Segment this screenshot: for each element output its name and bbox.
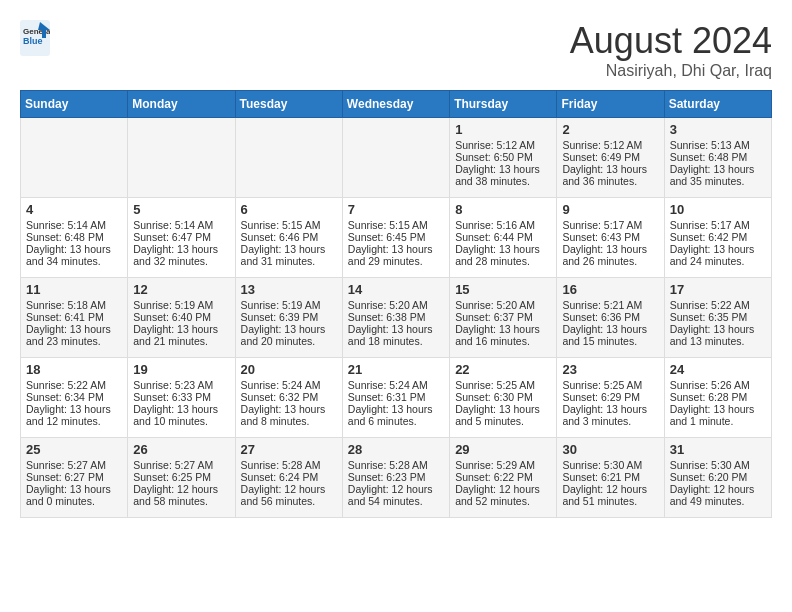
- col-sunday: Sunday: [21, 91, 128, 118]
- day-content-line: Sunrise: 5:26 AM: [670, 379, 766, 391]
- calendar-cell: 10Sunrise: 5:17 AMSunset: 6:42 PMDayligh…: [664, 198, 771, 278]
- day-content-line: Sunset: 6:45 PM: [348, 231, 444, 243]
- day-content-line: Daylight: 13 hours: [562, 163, 658, 175]
- day-content-line: Daylight: 13 hours: [133, 403, 229, 415]
- day-content-line: and 29 minutes.: [348, 255, 444, 267]
- day-content-line: Sunrise: 5:21 AM: [562, 299, 658, 311]
- day-content-line: Daylight: 13 hours: [455, 163, 551, 175]
- day-content-line: Sunrise: 5:14 AM: [133, 219, 229, 231]
- day-number: 10: [670, 202, 766, 217]
- day-content-line: Daylight: 13 hours: [670, 403, 766, 415]
- day-number: 1: [455, 122, 551, 137]
- day-content-line: Sunrise: 5:16 AM: [455, 219, 551, 231]
- day-content-line: Sunset: 6:25 PM: [133, 471, 229, 483]
- day-number: 22: [455, 362, 551, 377]
- day-number: 19: [133, 362, 229, 377]
- day-content-line: Daylight: 13 hours: [133, 243, 229, 255]
- day-content-line: Sunset: 6:50 PM: [455, 151, 551, 163]
- calendar-cell: 23Sunrise: 5:25 AMSunset: 6:29 PMDayligh…: [557, 358, 664, 438]
- calendar-cell: 27Sunrise: 5:28 AMSunset: 6:24 PMDayligh…: [235, 438, 342, 518]
- day-content-line: and 56 minutes.: [241, 495, 337, 507]
- day-content-line: and 8 minutes.: [241, 415, 337, 427]
- day-content-line: Daylight: 13 hours: [455, 243, 551, 255]
- day-number: 25: [26, 442, 122, 457]
- calendar-cell: 26Sunrise: 5:27 AMSunset: 6:25 PMDayligh…: [128, 438, 235, 518]
- day-content-line: Sunrise: 5:15 AM: [348, 219, 444, 231]
- day-content-line: Sunrise: 5:15 AM: [241, 219, 337, 231]
- header-row: Sunday Monday Tuesday Wednesday Thursday…: [21, 91, 772, 118]
- day-content-line: Sunset: 6:30 PM: [455, 391, 551, 403]
- day-number: 18: [26, 362, 122, 377]
- day-content-line: and 58 minutes.: [133, 495, 229, 507]
- day-content-line: Sunset: 6:44 PM: [455, 231, 551, 243]
- calendar-week-row: 11Sunrise: 5:18 AMSunset: 6:41 PMDayligh…: [21, 278, 772, 358]
- day-content-line: Daylight: 13 hours: [562, 323, 658, 335]
- day-content-line: Sunrise: 5:12 AM: [455, 139, 551, 151]
- day-content-line: Sunset: 6:39 PM: [241, 311, 337, 323]
- calendar-cell: [21, 118, 128, 198]
- day-number: 4: [26, 202, 122, 217]
- calendar-cell: 15Sunrise: 5:20 AMSunset: 6:37 PMDayligh…: [450, 278, 557, 358]
- day-content-line: Sunset: 6:24 PM: [241, 471, 337, 483]
- day-number: 9: [562, 202, 658, 217]
- svg-text:Blue: Blue: [23, 36, 43, 46]
- col-wednesday: Wednesday: [342, 91, 449, 118]
- day-content-line: Sunset: 6:43 PM: [562, 231, 658, 243]
- month-year-title: August 2024: [570, 20, 772, 62]
- day-content-line: and 31 minutes.: [241, 255, 337, 267]
- calendar-title-block: August 2024 Nasiriyah, Dhi Qar, Iraq: [570, 20, 772, 80]
- day-content-line: and 35 minutes.: [670, 175, 766, 187]
- day-content-line: Sunrise: 5:27 AM: [26, 459, 122, 471]
- day-content-line: Daylight: 13 hours: [670, 163, 766, 175]
- calendar-cell: 12Sunrise: 5:19 AMSunset: 6:40 PMDayligh…: [128, 278, 235, 358]
- day-content-line: Sunrise: 5:27 AM: [133, 459, 229, 471]
- calendar-week-row: 25Sunrise: 5:27 AMSunset: 6:27 PMDayligh…: [21, 438, 772, 518]
- day-content-line: Daylight: 13 hours: [26, 403, 122, 415]
- day-content-line: Sunset: 6:47 PM: [133, 231, 229, 243]
- day-content-line: and 28 minutes.: [455, 255, 551, 267]
- day-content-line: and 1 minute.: [670, 415, 766, 427]
- day-content-line: Sunrise: 5:18 AM: [26, 299, 122, 311]
- col-thursday: Thursday: [450, 91, 557, 118]
- day-content-line: Sunset: 6:38 PM: [348, 311, 444, 323]
- calendar-cell: 2Sunrise: 5:12 AMSunset: 6:49 PMDaylight…: [557, 118, 664, 198]
- day-content-line: and 16 minutes.: [455, 335, 551, 347]
- day-content-line: Daylight: 13 hours: [26, 243, 122, 255]
- day-number: 24: [670, 362, 766, 377]
- day-content-line: Daylight: 13 hours: [348, 243, 444, 255]
- calendar-week-row: 18Sunrise: 5:22 AMSunset: 6:34 PMDayligh…: [21, 358, 772, 438]
- calendar-table: Sunday Monday Tuesday Wednesday Thursday…: [20, 90, 772, 518]
- day-content-line: Sunrise: 5:14 AM: [26, 219, 122, 231]
- day-content-line: and 36 minutes.: [562, 175, 658, 187]
- day-number: 2: [562, 122, 658, 137]
- day-content-line: Sunset: 6:22 PM: [455, 471, 551, 483]
- day-content-line: Daylight: 13 hours: [26, 323, 122, 335]
- day-content-line: Daylight: 13 hours: [670, 243, 766, 255]
- day-number: 15: [455, 282, 551, 297]
- day-content-line: and 3 minutes.: [562, 415, 658, 427]
- day-content-line: Daylight: 13 hours: [241, 323, 337, 335]
- calendar-cell: 4Sunrise: 5:14 AMSunset: 6:48 PMDaylight…: [21, 198, 128, 278]
- day-content-line: Sunset: 6:23 PM: [348, 471, 444, 483]
- day-content-line: and 23 minutes.: [26, 335, 122, 347]
- calendar-cell: 25Sunrise: 5:27 AMSunset: 6:27 PMDayligh…: [21, 438, 128, 518]
- day-content-line: and 18 minutes.: [348, 335, 444, 347]
- calendar-cell: 3Sunrise: 5:13 AMSunset: 6:48 PMDaylight…: [664, 118, 771, 198]
- day-content-line: Sunset: 6:35 PM: [670, 311, 766, 323]
- calendar-cell: 14Sunrise: 5:20 AMSunset: 6:38 PMDayligh…: [342, 278, 449, 358]
- day-content-line: and 13 minutes.: [670, 335, 766, 347]
- day-number: 5: [133, 202, 229, 217]
- day-content-line: Sunrise: 5:22 AM: [670, 299, 766, 311]
- calendar-cell: 21Sunrise: 5:24 AMSunset: 6:31 PMDayligh…: [342, 358, 449, 438]
- calendar-cell: 22Sunrise: 5:25 AMSunset: 6:30 PMDayligh…: [450, 358, 557, 438]
- day-content-line: Sunset: 6:41 PM: [26, 311, 122, 323]
- calendar-header: Sunday Monday Tuesday Wednesday Thursday…: [21, 91, 772, 118]
- location-subtitle: Nasiriyah, Dhi Qar, Iraq: [570, 62, 772, 80]
- day-content-line: Daylight: 13 hours: [562, 403, 658, 415]
- day-content-line: Daylight: 12 hours: [241, 483, 337, 495]
- day-content-line: Daylight: 13 hours: [348, 323, 444, 335]
- calendar-cell: 1Sunrise: 5:12 AMSunset: 6:50 PMDaylight…: [450, 118, 557, 198]
- calendar-cell: 31Sunrise: 5:30 AMSunset: 6:20 PMDayligh…: [664, 438, 771, 518]
- day-content-line: and 15 minutes.: [562, 335, 658, 347]
- calendar-cell: [342, 118, 449, 198]
